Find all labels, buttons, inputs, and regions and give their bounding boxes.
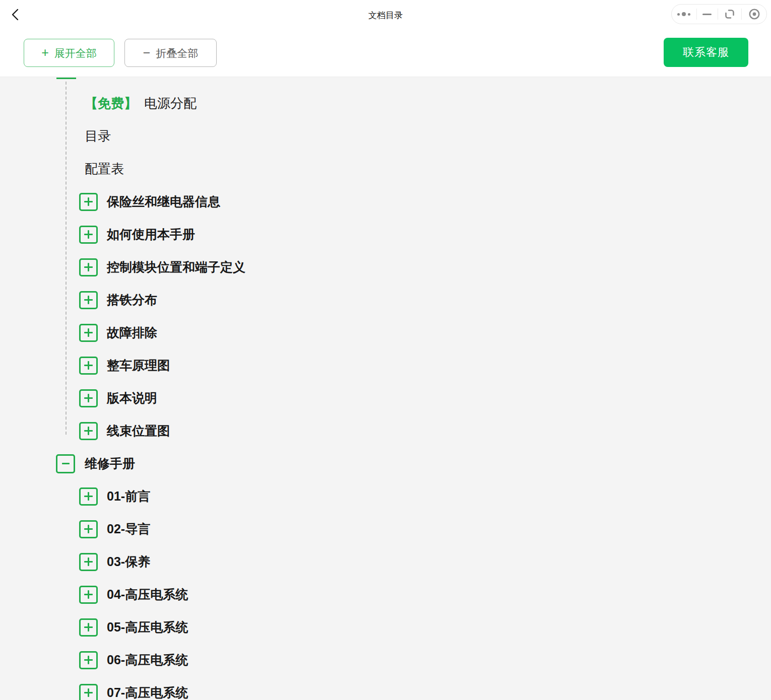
expand-toggle[interactable] (79, 422, 98, 440)
tree-item-label[interactable]: 保险丝和继电器信息 (107, 193, 220, 210)
minimize-button[interactable] (697, 5, 718, 24)
tree-item-label[interactable]: 02-导言 (107, 521, 150, 537)
tree-item: 故障排除 (0, 316, 771, 349)
tree-item: 控制模块位置和端子定义 (0, 251, 771, 284)
plus-icon (84, 263, 93, 271)
minus-icon (62, 459, 70, 468)
tree-item: 版本说明 (0, 382, 771, 414)
expand-toggle[interactable] (79, 258, 98, 276)
tree-item-label[interactable]: 06-高压电系统 (107, 652, 188, 668)
tree-item: 整车原理图 (0, 349, 771, 382)
expand-toggle[interactable] (79, 193, 98, 211)
expand-all-button[interactable]: 展开全部 (24, 39, 114, 67)
plus-icon (84, 656, 93, 664)
document-tree: 【免费】电源分配目录配置表保险丝和继电器信息如何使用本手册控制模块位置和端子定义… (0, 87, 771, 700)
plus-icon (84, 296, 93, 304)
collapse-all-button[interactable]: 折叠全部 (124, 39, 217, 67)
contact-support-label: 联系客服 (683, 47, 729, 58)
tree-item-label[interactable]: 07-高压电系统 (107, 684, 188, 700)
plus-icon (84, 394, 93, 402)
expand-toggle[interactable] (79, 651, 98, 669)
back-button[interactable] (7, 7, 23, 23)
tree-item: 线束位置图 (0, 414, 771, 447)
tree-item-label[interactable]: 如何使用本手册 (107, 226, 195, 243)
plus-icon (41, 46, 49, 59)
tree-item: 01-前言 (0, 480, 771, 513)
tree-item: 目录 (0, 120, 771, 153)
collapse-toggle[interactable] (56, 454, 75, 473)
expand-all-label: 展开全部 (54, 48, 97, 58)
close-circle-icon (748, 8, 761, 21)
plus-icon (84, 230, 93, 239)
expand-toggle[interactable] (79, 553, 98, 571)
expand-toggle[interactable] (79, 586, 98, 604)
close-button[interactable] (742, 5, 766, 24)
tree-item: 06-高压电系统 (0, 644, 771, 676)
expand-toggle[interactable] (79, 357, 98, 375)
tree-item-label[interactable]: 整车原理图 (107, 357, 170, 374)
tree-item-label[interactable]: 01-前言 (107, 488, 150, 505)
restore-button[interactable] (718, 5, 742, 24)
toc-content: 【免费】电源分配目录配置表保险丝和继电器信息如何使用本手册控制模块位置和端子定义… (0, 78, 771, 700)
tree-item-label[interactable]: 维修手册 (85, 455, 135, 472)
expand-toggle[interactable] (79, 389, 98, 407)
tree-item: 03-保养 (0, 545, 771, 578)
restore-window-icon (724, 8, 736, 20)
tree-item: 维修手册 (0, 447, 771, 480)
tree-item: 07-高压电系统 (0, 676, 771, 700)
tree-item: 搭铁分布 (0, 284, 771, 316)
free-badge: 【免费】 (85, 96, 137, 111)
collapse-all-label: 折叠全部 (156, 48, 198, 58)
expand-toggle[interactable] (79, 684, 98, 700)
tree-item: 【免费】电源分配 (0, 87, 771, 120)
tree-item: 05-高压电系统 (0, 611, 771, 644)
back-chevron-icon (10, 8, 21, 21)
cutoff-collapse-box[interactable] (56, 78, 76, 79)
minus-icon (143, 46, 151, 59)
tree-item: 如何使用本手册 (0, 218, 771, 251)
contact-support-button[interactable]: 联系客服 (664, 38, 748, 67)
expand-toggle[interactable] (79, 226, 98, 244)
more-button[interactable] (672, 5, 696, 24)
tree-item-label[interactable]: 05-高压电系统 (107, 619, 188, 636)
tree-item-label[interactable]: 目录 (85, 127, 111, 145)
plus-icon (84, 525, 93, 533)
expand-toggle[interactable] (79, 618, 98, 637)
plus-icon (84, 623, 93, 632)
plus-icon (84, 328, 93, 337)
tree-item: 04-高压电系统 (0, 578, 771, 611)
tree-item-label[interactable]: 【免费】电源分配 (85, 95, 197, 112)
expand-toggle[interactable] (79, 291, 98, 309)
plus-icon (84, 590, 93, 599)
tree-item-label[interactable]: 配置表 (85, 160, 124, 178)
expand-toggle[interactable] (79, 487, 98, 506)
minimize-icon (702, 14, 712, 15)
plus-icon (84, 688, 93, 697)
plus-icon (84, 427, 93, 435)
tree-item-label[interactable]: 搭铁分布 (107, 292, 157, 308)
plus-icon (84, 492, 93, 501)
expand-toggle[interactable] (79, 520, 98, 538)
plus-icon (84, 197, 93, 206)
window-controls-capsule (671, 4, 767, 24)
tree-item-label[interactable]: 04-高压电系统 (107, 586, 188, 603)
tree-item-label[interactable]: 版本说明 (107, 390, 157, 406)
tree-item: 配置表 (0, 153, 771, 185)
tree-item: 02-导言 (0, 513, 771, 545)
more-icon (677, 12, 690, 16)
page-title: 文档目录 (0, 10, 771, 21)
plus-icon (84, 557, 93, 566)
tree-item-label[interactable]: 03-保养 (107, 553, 150, 570)
tree-item-label[interactable]: 故障排除 (107, 324, 157, 341)
tree-item-label[interactable]: 线束位置图 (107, 423, 170, 439)
title-bar: 文档目录 展开全部 折叠全部 联系客服 (0, 0, 771, 77)
tree-item: 保险丝和继电器信息 (0, 185, 771, 218)
tree-item-label[interactable]: 控制模块位置和端子定义 (107, 259, 245, 275)
expand-toggle[interactable] (79, 324, 98, 342)
plus-icon (84, 361, 93, 370)
